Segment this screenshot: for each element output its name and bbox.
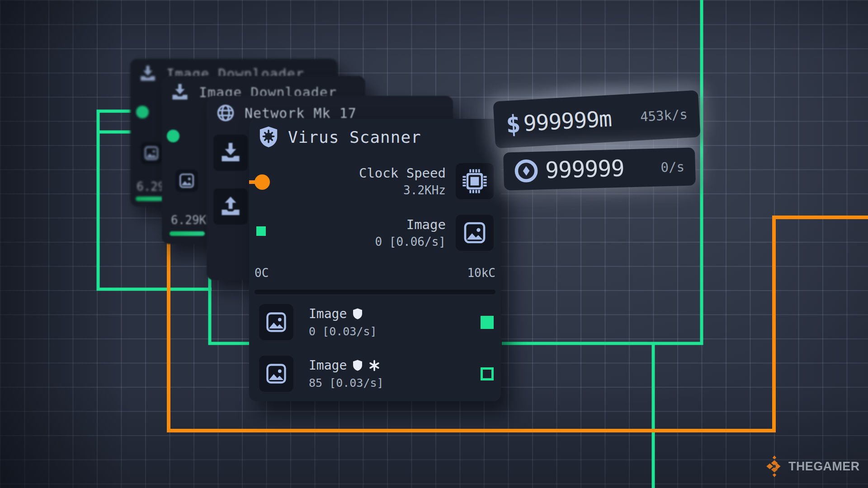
image-output-button[interactable] — [259, 356, 293, 392]
image-icon — [264, 310, 288, 334]
image-output-button[interactable] — [259, 304, 293, 340]
output-value: 0 [0.03/s] — [309, 325, 377, 338]
output-label: Image — [309, 358, 347, 373]
capacity-max: 10kC — [467, 266, 495, 280]
capacity-current: 0C — [255, 266, 269, 280]
panel-virus-scanner[interactable]: Virus Scanner Clock Speed 3.2KHz — [249, 119, 501, 401]
panel-title: Virus Scanner — [288, 128, 421, 146]
download-tray-icon — [138, 64, 157, 83]
output-node-hollow-square[interactable] — [481, 367, 494, 380]
image-icon — [264, 362, 288, 385]
download-tray-icon — [170, 82, 190, 102]
output-row-image: Image 0 [0.03/s] — [259, 304, 494, 340]
input-node-orange[interactable] — [255, 174, 270, 190]
input-node-green-square[interactable] — [256, 226, 266, 236]
image-stat-row: Image 0 [0.06/s] — [375, 215, 494, 251]
clock-speed-row: Clock Speed 3.2KHz — [359, 163, 494, 199]
shield-badge-icon — [352, 359, 363, 371]
thegamer-logo-icon — [765, 455, 784, 477]
shield-badge-icon — [352, 308, 363, 320]
stat-value: 0 [0.06/s] — [375, 235, 446, 249]
upload-button[interactable] — [213, 188, 248, 225]
globe-icon — [216, 103, 236, 123]
output-label: Image — [309, 306, 347, 321]
image-icon — [143, 145, 160, 161]
money-value: 999999m — [523, 106, 612, 136]
cpu-icon — [462, 168, 488, 194]
image-slot-button[interactable] — [175, 169, 198, 192]
thegamer-logo-text: THEGAMER — [788, 459, 860, 474]
download-button[interactable] — [213, 135, 248, 171]
money-rate: 453k/s — [640, 107, 688, 125]
output-row-image-virus: Image 85 [0.03/s] — [259, 356, 494, 392]
download-tray-icon — [219, 141, 242, 164]
points-rate: 0/s — [660, 159, 684, 175]
thegamer-watermark: THEGAMER — [765, 455, 863, 477]
input-node-green[interactable] — [167, 130, 179, 142]
upload-tray-icon — [219, 195, 242, 218]
image-icon — [462, 220, 487, 245]
image-slot-button[interactable] — [141, 142, 162, 164]
stat-label: Image — [375, 217, 446, 232]
image-slot-button[interactable] — [456, 215, 494, 251]
disc-icon — [514, 159, 538, 183]
output-value: 85 [0.03/s] — [309, 376, 384, 389]
output-node-filled-square[interactable] — [481, 316, 494, 329]
download-progress-bar — [170, 231, 205, 236]
input-node-green[interactable] — [136, 106, 149, 118]
points-display: 999999 0/s — [503, 147, 696, 190]
stat-value: 3.2KHz — [359, 183, 446, 197]
stat-label: Clock Speed — [359, 165, 446, 181]
capacity-progress-track — [255, 290, 495, 294]
cpu-upgrade-button[interactable] — [456, 163, 494, 199]
image-icon — [178, 172, 195, 189]
dollar-icon: $ — [505, 109, 522, 139]
points-value: 999999 — [545, 155, 624, 184]
virus-badge-icon — [368, 360, 380, 371]
shield-virus-icon — [258, 125, 279, 149]
capacity-row: 0C 10kC — [255, 266, 495, 280]
